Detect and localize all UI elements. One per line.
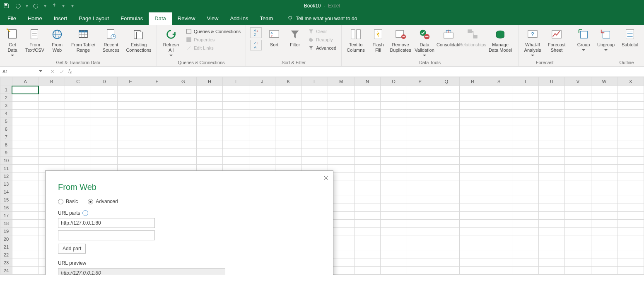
cell[interactable] xyxy=(512,235,539,243)
cell[interactable] xyxy=(538,125,565,133)
cell[interactable] xyxy=(65,86,91,94)
cell[interactable] xyxy=(459,196,486,204)
column-header[interactable]: P xyxy=(407,77,433,86)
cell[interactable] xyxy=(39,149,65,157)
cell[interactable] xyxy=(512,102,539,110)
cell[interactable] xyxy=(617,165,644,173)
cell[interactable] xyxy=(407,86,433,94)
cell[interactable] xyxy=(407,110,433,117)
cell[interactable] xyxy=(118,86,144,94)
cell[interactable] xyxy=(275,117,302,125)
cell[interactable] xyxy=(407,102,433,110)
cell[interactable] xyxy=(354,117,381,125)
cell[interactable] xyxy=(512,180,539,188)
cell[interactable] xyxy=(591,165,617,173)
tab-team[interactable]: Team xyxy=(254,12,279,25)
cell[interactable] xyxy=(433,180,460,188)
cell[interactable] xyxy=(512,251,539,259)
cell[interactable] xyxy=(118,102,144,110)
cell[interactable] xyxy=(354,251,381,259)
cell[interactable] xyxy=(91,94,118,102)
cell[interactable] xyxy=(433,196,460,204)
cell[interactable] xyxy=(512,204,539,212)
cell[interactable] xyxy=(591,125,617,133)
redo-icon[interactable] xyxy=(32,2,40,10)
cell[interactable] xyxy=(591,235,617,243)
cell[interactable] xyxy=(12,102,39,110)
cell[interactable] xyxy=(565,133,591,141)
cell[interactable] xyxy=(538,165,565,173)
cell[interactable] xyxy=(433,94,460,102)
cell[interactable] xyxy=(617,196,644,204)
cell[interactable] xyxy=(12,267,39,275)
cell[interactable] xyxy=(381,157,407,165)
cell[interactable] xyxy=(538,251,565,259)
cell[interactable] xyxy=(354,165,381,173)
cell[interactable] xyxy=(459,133,486,141)
cell[interactable] xyxy=(565,157,591,165)
get-data-button[interactable]: GetData xyxy=(2,26,22,60)
cell[interactable] xyxy=(407,196,433,204)
cell[interactable] xyxy=(486,141,512,149)
cell[interactable] xyxy=(170,94,197,102)
cell[interactable] xyxy=(459,157,486,165)
cell[interactable] xyxy=(91,117,118,125)
tab-review[interactable]: Review xyxy=(172,12,201,25)
cell[interactable] xyxy=(381,133,407,141)
cell[interactable] xyxy=(381,188,407,196)
cell[interactable] xyxy=(486,133,512,141)
cell[interactable] xyxy=(459,94,486,102)
worksheet[interactable]: ABCDEFGHIJKLMNOPQRSTUVWX1234567891011121… xyxy=(0,77,644,275)
cell[interactable] xyxy=(354,86,381,94)
cell[interactable] xyxy=(407,173,433,180)
cell[interactable] xyxy=(433,204,460,212)
cell[interactable] xyxy=(591,228,617,235)
cell[interactable] xyxy=(354,204,381,212)
cell[interactable] xyxy=(12,133,39,141)
cell[interactable] xyxy=(39,117,65,125)
cell[interactable] xyxy=(538,141,565,149)
cell[interactable] xyxy=(617,243,644,251)
cell[interactable] xyxy=(512,220,539,228)
undo-icon[interactable] xyxy=(14,2,22,10)
cell[interactable] xyxy=(144,149,170,157)
cell[interactable] xyxy=(512,86,539,94)
cell[interactable] xyxy=(118,149,144,157)
cell[interactable] xyxy=(433,243,460,251)
cell[interactable] xyxy=(617,157,644,165)
cell[interactable] xyxy=(91,110,118,117)
cell[interactable] xyxy=(512,117,539,125)
sort-asc-button[interactable]: A↓Z xyxy=(250,27,262,38)
cell[interactable] xyxy=(381,228,407,235)
cell[interactable] xyxy=(381,102,407,110)
tell-me[interactable]: Tell me what you want to do xyxy=(287,15,357,25)
cell[interactable] xyxy=(196,94,223,102)
cell[interactable] xyxy=(91,157,118,165)
cell[interactable] xyxy=(407,125,433,133)
cell[interactable] xyxy=(196,110,223,117)
cell[interactable] xyxy=(91,125,118,133)
cell[interactable] xyxy=(301,102,328,110)
cell[interactable] xyxy=(381,180,407,188)
cell[interactable] xyxy=(196,86,223,94)
cell[interactable] xyxy=(301,133,328,141)
cell[interactable] xyxy=(512,196,539,204)
cell[interactable] xyxy=(144,110,170,117)
cell[interactable] xyxy=(249,141,275,149)
tab-file[interactable]: File xyxy=(2,12,22,25)
cell[interactable] xyxy=(565,188,591,196)
cell[interactable] xyxy=(275,86,302,94)
column-header[interactable]: X xyxy=(617,77,644,86)
cell[interactable] xyxy=(170,149,197,157)
group-button[interactable]: Group xyxy=(574,26,593,60)
cell[interactable] xyxy=(538,133,565,141)
cell[interactable] xyxy=(407,141,433,149)
cell[interactable] xyxy=(381,94,407,102)
cell[interactable] xyxy=(275,94,302,102)
cell[interactable] xyxy=(617,235,644,243)
cell[interactable] xyxy=(617,204,644,212)
cell[interactable] xyxy=(407,188,433,196)
cell[interactable] xyxy=(354,133,381,141)
cell[interactable] xyxy=(12,180,39,188)
tab-page-layout[interactable]: Page Layout xyxy=(73,12,115,25)
